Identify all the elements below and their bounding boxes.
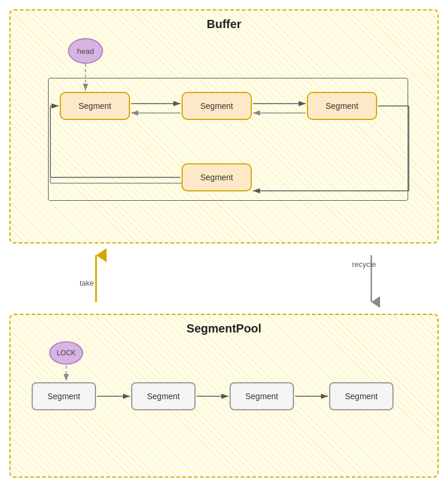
pool-segment-3: Segment bbox=[230, 382, 294, 410]
middle-section: take recycle bbox=[9, 244, 439, 314]
recycle-label: recycle bbox=[352, 260, 376, 269]
buffer-segment-4: Segment bbox=[182, 163, 252, 191]
buffer-segment-1: Segment bbox=[60, 92, 130, 120]
lock-node: LOCK bbox=[49, 341, 83, 365]
buffer-container: Buffer head Segment Segment Segment bbox=[9, 9, 439, 244]
buffer-inner: head Segment Segment Segment Segment bbox=[20, 36, 428, 229]
pool-title: SegmentPool bbox=[20, 322, 428, 335]
pool-segment-2: Segment bbox=[131, 382, 196, 410]
head-node: head bbox=[68, 38, 103, 64]
pool-segment-1: Segment bbox=[32, 382, 96, 410]
buffer-title: Buffer bbox=[20, 18, 428, 31]
pool-inner: LOCK Segment Segment Segment Segment bbox=[20, 340, 428, 434]
middle-arrows bbox=[9, 244, 439, 314]
buffer-segment-2: Segment bbox=[182, 92, 252, 120]
take-label: take bbox=[80, 279, 94, 287]
pool-segment-4: Segment bbox=[329, 382, 394, 410]
buffer-segment-3: Segment bbox=[307, 92, 377, 120]
pool-container: SegmentPool LOCK Segment Segment Segment… bbox=[9, 314, 439, 478]
